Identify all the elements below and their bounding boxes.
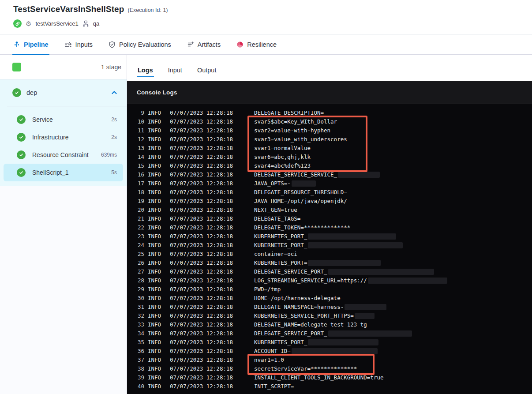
environment-icon (82, 20, 89, 27)
log-line: 19INFO07/07/2023 12:28:18JAVA_HOME=/opt/… (127, 197, 532, 206)
chevron-up-icon[interactable] (111, 89, 118, 96)
log-text: ACCOUNT_ID= (254, 347, 291, 356)
log-line-number: 28 (127, 276, 144, 285)
log-level: INFO (148, 320, 162, 329)
console-body[interactable]: 9INFO07/07/2023 12:28:18DELEGATE_DESCRIP… (127, 104, 532, 394)
log-text: svar4=abc%def%123 (254, 161, 311, 170)
log-text: DELEGATE_RESOURCE_THRESHOLD= (254, 188, 347, 197)
log-text: LOG_STREAMING_SERVICE_URL= (254, 276, 341, 285)
redacted-value (328, 269, 434, 275)
log-line: 27INFO07/07/2023 12:28:18DELEGATE_SERVIC… (127, 267, 532, 276)
log-message: KUBERNETES_PORT_ (254, 241, 403, 250)
log-message: INSTALL_CLIENT_TOOLS_IN_BACKGROUND=true (254, 373, 384, 382)
log-line: 23INFO07/07/2023 12:28:18KUBERNETES_PORT… (127, 232, 532, 241)
log-timestamp: 07/07/2023 12:28:18 (170, 117, 234, 126)
stage-status-square-icon[interactable] (12, 63, 21, 71)
log-line: 10INFO07/07/2023 12:28:18svar5$abc=Key_W… (127, 117, 532, 126)
log-text: secretServiceVar=************** (254, 364, 357, 373)
log-timestamp: 07/07/2023 12:28:18 (170, 347, 234, 356)
environment-name[interactable]: qa (93, 20, 99, 27)
tab-label: Policy Evaluations (119, 41, 171, 48)
tab-inputs[interactable]: Inputs (64, 35, 93, 54)
step-shellscript-1[interactable]: ShellScript_15s (4, 164, 123, 181)
log-message: DELEGATE_TOKEN=************** (254, 223, 350, 232)
log-line-number: 20 (127, 206, 144, 214)
log-line-number: 21 (127, 214, 144, 223)
success-check-icon (17, 168, 26, 177)
log-link[interactable]: https:// (341, 276, 367, 285)
log-level: INFO (148, 250, 162, 259)
log-text: DELEGATE_SERVICE_PORT_ (254, 329, 327, 338)
tab-resilience[interactable]: Resilience (236, 35, 277, 54)
log-message: JAVA_HOME=/opt/java/openjdk/ (254, 197, 347, 206)
log-level: INFO (148, 109, 162, 117)
gear-icon: ⚙ (26, 20, 31, 27)
log-timestamp: 07/07/2023 12:28:18 (170, 170, 234, 179)
title-row: TestServiceVarsInShellStep (Execution Id… (13, 4, 532, 14)
log-text: DELEGATE_SERVICE_PORT_ (254, 267, 327, 276)
log-level: INFO (148, 329, 162, 338)
log-tab-input[interactable]: Input (167, 67, 183, 81)
log-line-number: 9 (127, 109, 144, 117)
redacted-value (338, 172, 380, 178)
log-text: KUBERNETES_PORT_ (254, 338, 307, 347)
step-infrastructure[interactable]: Infrastructure2s (4, 128, 123, 146)
log-line-number: 17 (127, 179, 144, 188)
log-level: INFO (148, 214, 162, 223)
log-timestamp: 07/07/2023 12:28:18 (170, 303, 234, 311)
log-message: LOG_STREAMING_SERVICE_URL=https:// (254, 276, 447, 285)
log-tab-logs[interactable]: Logs (137, 67, 154, 81)
step-details-panel: LogsInputOutput Console Logs 9INFO07/07/… (127, 55, 532, 394)
console-title: Console Logs (137, 89, 177, 96)
step-resource-constraint[interactable]: Resource Constraint639ms (4, 146, 123, 164)
log-timestamp: 07/07/2023 12:28:18 (170, 356, 234, 364)
log-timestamp: 07/07/2023 12:28:18 (170, 179, 234, 188)
log-message: container=oci (254, 250, 297, 259)
log-line-number: 11 (127, 126, 144, 135)
log-timestamp: 07/07/2023 12:28:18 (170, 250, 234, 259)
tab-policy-evaluations[interactable]: Policy Evaluations (109, 35, 171, 54)
log-line: 34INFO07/07/2023 12:28:18DELEGATE_SERVIC… (127, 329, 532, 338)
step-service[interactable]: Service2s (4, 111, 123, 128)
log-line-number: 10 (127, 117, 144, 126)
log-line-number: 16 (127, 170, 144, 179)
log-timestamp: 07/07/2023 12:28:18 (170, 259, 234, 267)
step-duration: 5s (111, 169, 117, 176)
tab-artifacts[interactable]: Artifacts (187, 35, 221, 54)
log-level: INFO (148, 161, 162, 170)
log-text: DELEGATE_NAMESPACE=harness- (254, 303, 344, 311)
log-text: INIT_SCRIPT= (254, 382, 294, 391)
log-level: INFO (148, 259, 162, 267)
log-line-number: 23 (127, 232, 144, 241)
log-timestamp: 07/07/2023 12:28:18 (170, 285, 234, 294)
service-name[interactable]: testVarsService1 (35, 20, 78, 27)
log-line: 32INFO07/07/2023 12:28:18KUBERNETES_SERV… (127, 311, 532, 320)
log-text: DELEGATE_SERVICE_SERVICE_ (254, 170, 337, 179)
log-line-number: 30 (127, 294, 144, 303)
page-title: TestServiceVarsInShellStep (13, 4, 124, 14)
tab-pipeline[interactable]: Pipeline (13, 35, 49, 54)
redacted-value (308, 242, 403, 248)
log-line: 11INFO07/07/2023 12:28:18svar2=value-wit… (127, 126, 532, 135)
redacted-value (345, 304, 386, 310)
log-message: nvar1=1.0 (254, 356, 284, 364)
log-level: INFO (148, 241, 162, 250)
log-level: INFO (148, 276, 162, 285)
log-message: svar5$abc=Key_WIth_Dollar (254, 117, 337, 126)
log-tab-output[interactable]: Output (196, 67, 217, 81)
log-timestamp: 07/07/2023 12:28:18 (170, 364, 234, 373)
redacted-value (368, 278, 447, 284)
log-message: DELEGATE_RESOURCE_THRESHOLD= (254, 188, 347, 197)
log-level: INFO (148, 117, 162, 126)
stage-group-dep[interactable]: dep (0, 79, 127, 106)
log-message: DELEGATE_DESCRIPTION= (254, 109, 324, 117)
log-message: svar6=abc,ghj,klk (254, 153, 311, 161)
log-line: 33INFO07/07/2023 12:28:18DELEGATE_NAME=d… (127, 320, 532, 329)
log-line: 14INFO07/07/2023 12:28:18svar6=abc,ghj,k… (127, 153, 532, 161)
log-timestamp: 07/07/2023 12:28:18 (170, 109, 234, 117)
log-line: 15INFO07/07/2023 12:28:18svar4=abc%def%1… (127, 161, 532, 170)
log-level: INFO (148, 267, 162, 276)
log-timestamp: 07/07/2023 12:28:18 (170, 206, 234, 214)
log-message: svar4=abc%def%123 (254, 161, 311, 170)
stage-group-name: dep (26, 89, 37, 96)
